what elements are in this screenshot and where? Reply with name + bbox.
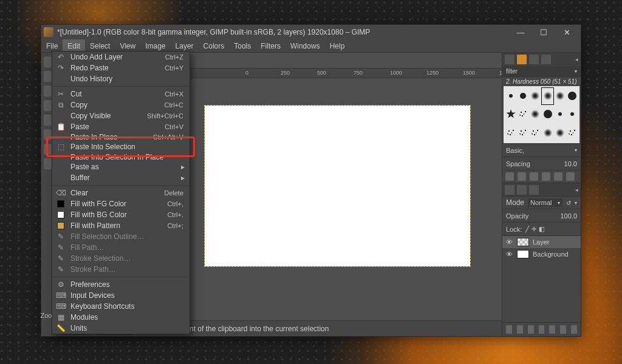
dock-tab[interactable]: [517, 55, 527, 64]
menu-item-ffg[interactable]: Fill with FG ColorCtrl+,: [52, 198, 190, 209]
menu-item-pref[interactable]: ⚙Preferences: [52, 279, 190, 290]
brush-preset[interactable]: [541, 87, 553, 105]
minimize-button[interactable]: —: [509, 25, 532, 39]
dock-menu-icon[interactable]: ◂: [575, 56, 578, 62]
ruler-tick: 250: [281, 70, 290, 76]
menu-filters[interactable]: Filters: [256, 39, 285, 52]
menu-item-clr[interactable]: ⌫ClearDelete: [52, 187, 190, 198]
layers-actions: [502, 322, 581, 336]
menu-item-cut[interactable]: ✂CutCtrl+X: [52, 89, 190, 99]
menu-item-unit[interactable]: 📏Units: [52, 323, 190, 334]
menu-windows[interactable]: Windows: [285, 39, 325, 52]
visibility-icon[interactable]: 👁: [505, 251, 513, 258]
duplicate-layer-icon[interactable]: [549, 325, 555, 334]
opacity-row[interactable]: Opacity100.0: [502, 209, 581, 222]
clr-icon: ⌫: [56, 189, 66, 197]
brush-preset[interactable]: [505, 123, 517, 142]
menu-item-fpat[interactable]: Fill with PatternCtrl+;: [52, 220, 190, 231]
mode-menu-icon[interactable]: ▾: [575, 200, 577, 206]
paste-icon: 📋: [56, 123, 66, 131]
menu-help[interactable]: Help: [325, 39, 350, 52]
menu-layer[interactable]: Layer: [171, 39, 199, 52]
brush-preset[interactable]: [517, 105, 529, 124]
open-icon[interactable]: [566, 172, 575, 181]
brush-preset[interactable]: [529, 87, 541, 105]
menu-item-paste[interactable]: 📋PasteCtrl+V: [52, 121, 190, 132]
brush-preset[interactable]: [517, 123, 529, 142]
ruler-tick: 1250: [426, 70, 439, 76]
group-icon[interactable]: [517, 325, 523, 334]
lower-icon[interactable]: [539, 325, 545, 334]
brush-preset[interactable]: [541, 105, 553, 124]
edit-icon[interactable]: [505, 172, 514, 181]
dock-menu-icon[interactable]: ◂: [575, 187, 578, 193]
menu-item-copy[interactable]: ⧉CopyCtrl+C: [52, 99, 190, 110]
menu-item-label: Stroke Selection…: [70, 254, 131, 263]
layer-row[interactable]: 👁 Layer: [502, 236, 581, 248]
app-icon: [44, 27, 53, 37]
menu-item-buf[interactable]: Buffer▸: [52, 172, 190, 183]
brush-preset[interactable]: [529, 123, 541, 142]
brush-preset[interactable]: [505, 105, 517, 124]
dock-tab[interactable]: [541, 55, 551, 64]
ruler-tick: 1500: [463, 70, 475, 76]
brush-preset[interactable]: [566, 87, 578, 105]
ksc-icon: ⌨: [56, 302, 66, 311]
dock-tab[interactable]: [529, 55, 539, 64]
visibility-icon[interactable]: 👁: [505, 238, 513, 246]
menu-item-pas[interactable]: Paste as▸: [52, 161, 190, 172]
menu-colors[interactable]: Colors: [199, 39, 230, 52]
menu-tools[interactable]: Tools: [229, 39, 256, 52]
brush-preset[interactable]: [554, 123, 566, 142]
menu-item-hist[interactable]: Undo History: [52, 73, 190, 84]
close-button[interactable]: ✕: [555, 25, 578, 39]
brush-preset[interactable]: [517, 87, 529, 105]
brush-preset[interactable]: [505, 87, 517, 105]
mode-reset-icon[interactable]: ↺: [566, 200, 571, 206]
lock-alpha-icon[interactable]: ◧: [539, 226, 544, 232]
menu-item-ksc[interactable]: ⌨Keyboard Shortcuts: [52, 301, 190, 312]
brush-basic-row[interactable]: Basic,▾: [502, 143, 581, 157]
brush-preset[interactable]: [529, 105, 541, 124]
dock-tab[interactable]: [529, 185, 539, 195]
menu-item-mod[interactable]: ▦Modules: [52, 312, 190, 323]
menu-item-label: Keyboard Shortcuts: [70, 302, 134, 311]
brush-preset[interactable]: [554, 105, 566, 124]
duplicate-icon[interactable]: [530, 172, 538, 181]
dock-tab[interactable]: [505, 185, 514, 195]
menu-select[interactable]: Select: [85, 39, 115, 52]
menu-edit[interactable]: Edit: [63, 39, 85, 52]
image-canvas[interactable]: [205, 106, 470, 266]
new-icon[interactable]: [518, 172, 526, 181]
brush-preset[interactable]: [566, 105, 578, 124]
menu-item-fbg[interactable]: Fill with BG ColorCtrl+.: [52, 209, 190, 220]
maximize-button[interactable]: ☐: [532, 25, 555, 39]
blend-mode-select[interactable]: Normal▾: [528, 198, 562, 207]
lock-position-icon[interactable]: ✛: [531, 226, 536, 232]
menu-item-undo[interactable]: ↶Undo Add LayerCtrl+Z: [52, 52, 190, 62]
submenu-arrow-icon: ▸: [181, 163, 186, 171]
menu-file[interactable]: File: [41, 39, 63, 52]
new-layer-icon[interactable]: [506, 325, 512, 334]
brush-preset[interactable]: [541, 123, 553, 142]
delete-layer-icon[interactable]: [571, 325, 577, 334]
menu-item-copyv[interactable]: Copy VisibleShift+Ctrl+C: [52, 110, 190, 121]
brush-spacing-row[interactable]: Spacing10.0: [502, 157, 581, 170]
menu-item-idev[interactable]: ⌨Input Devices: [52, 290, 190, 301]
dock-tab[interactable]: [517, 185, 527, 195]
lock-pixels-icon[interactable]: ╱: [525, 226, 529, 232]
raise-icon[interactable]: [528, 325, 534, 334]
brush-preset[interactable]: [566, 123, 578, 142]
brush-filter[interactable]: filter ▾: [502, 66, 581, 77]
menu-view[interactable]: View: [115, 39, 140, 52]
layer-name: Layer: [533, 238, 550, 246]
brush-preset[interactable]: [554, 87, 566, 105]
delete-icon[interactable]: [542, 172, 550, 181]
layer-row[interactable]: 👁 Background: [502, 248, 581, 260]
menu-item-redo[interactable]: ↷Redo PasteCtrl+Y: [52, 62, 190, 73]
anchor-icon[interactable]: [560, 325, 566, 334]
brush-grid: [504, 86, 579, 143]
menu-image[interactable]: Image: [140, 39, 170, 52]
dock-tab[interactable]: [505, 55, 514, 64]
refresh-icon[interactable]: [554, 172, 562, 181]
